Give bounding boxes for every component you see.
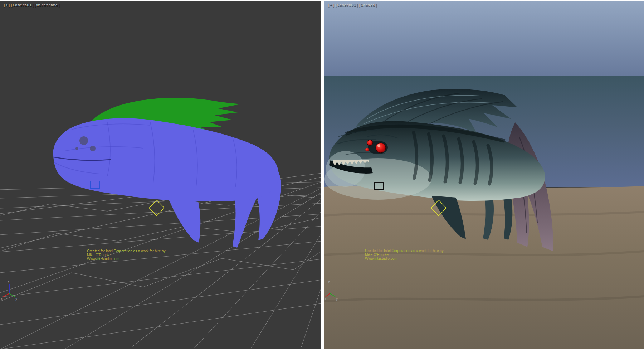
shaded-scene-canvas[interactable]: z x y	[324, 1, 644, 349]
credit-line-2: Mike O'Rourke	[365, 253, 444, 257]
viewport-label-bar: [+] [Camera01] [Shaded]	[327, 3, 377, 8]
viewport-menu-pov[interactable]: [Camera01]	[10, 3, 34, 8]
axis-label-y: y	[336, 297, 338, 301]
credit-line-2: Mike O'Rourke	[87, 253, 166, 257]
fish-eye-spot-tiny	[75, 147, 78, 150]
axis-label-x: x	[324, 297, 326, 301]
scene-credit-text: Created for Intel Corporation as a work …	[87, 249, 166, 261]
eye-third	[365, 148, 369, 151]
credit-line-3: Www.fritzstudio.com	[87, 257, 166, 261]
axis-label-y: y	[15, 297, 18, 301]
viewport-divider[interactable]	[321, 1, 324, 349]
axis-label-z: z	[8, 280, 9, 284]
fish-model-wireframe[interactable]	[53, 98, 282, 248]
viewport-menu-shading[interactable]: [Shaded]	[358, 3, 377, 8]
ground-sand	[324, 186, 644, 349]
axis-label-z: z	[328, 280, 330, 284]
viewport-menu-pov[interactable]: [Camera01]	[335, 3, 358, 8]
credit-line-1: Created for Intel Corporation as a work …	[87, 249, 166, 253]
credit-line-3: Www.fritzstudio.com	[365, 257, 444, 261]
fish-pelvic-fin[interactable]	[168, 198, 200, 243]
eye-highlight	[377, 144, 380, 147]
viewport-shaded[interactable]: [+] [Camera01] [Shaded]	[324, 1, 644, 349]
scene-credit-text: Created for Intel Corporation as a work …	[365, 249, 444, 261]
fish-eye-spot-small	[90, 146, 96, 151]
viewport-menu-general[interactable]: [+]	[3, 3, 10, 8]
wireframe-scene-canvas[interactable]: z x y	[0, 1, 321, 349]
eye-second	[367, 140, 373, 146]
axis-label-x: x	[1, 297, 3, 301]
viewport-split-container: [+] [Camera01] [Wireframe]	[0, 0, 644, 350]
fish-body[interactable]	[53, 118, 279, 201]
sky	[324, 1, 644, 76]
viewport-label-bar: [+] [Camera01] [Wireframe]	[3, 3, 60, 8]
fish-eye-spot-large	[79, 136, 88, 145]
eye-main	[376, 143, 386, 153]
viewport-menu-shading[interactable]: [Wireframe]	[34, 3, 60, 8]
viewport-wireframe[interactable]: [+] [Camera01] [Wireframe]	[0, 1, 321, 349]
viewport-menu-general[interactable]: [+]	[327, 3, 335, 8]
credit-line-1: Created for Intel Corporation as a work …	[365, 249, 444, 253]
